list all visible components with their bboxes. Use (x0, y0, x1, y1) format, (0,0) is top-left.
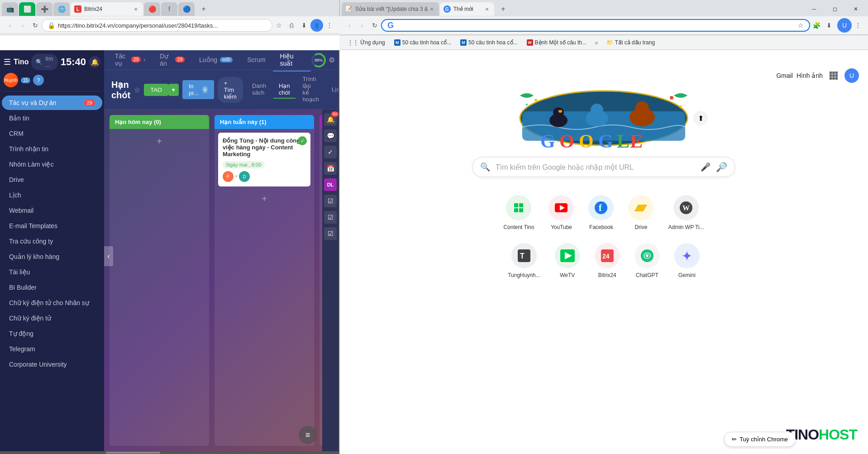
images-link[interactable]: Hình ảnh (796, 72, 823, 79)
bookmark-button-left[interactable]: ☆ (272, 19, 285, 32)
profile-button-left[interactable]: 👤 (310, 19, 323, 32)
download-button-right[interactable]: ⬇ (823, 19, 835, 32)
view-planner[interactable]: Trình lập kế hoạch (297, 74, 324, 105)
search-filter[interactable]: + Tìm kiếm (218, 77, 243, 103)
browser-tab-4[interactable]: 🌐 (53, 2, 70, 16)
close-button[interactable]: ✕ (845, 2, 866, 16)
menu-button-left[interactable]: ⋮ (323, 19, 336, 32)
sidebar-item-automation[interactable]: Tự động (2, 326, 102, 341)
browser-tab-1[interactable]: 📺 (2, 2, 18, 16)
favorite-icon[interactable]: ☆ (134, 86, 140, 94)
google-search-bar[interactable]: 🔍 Tìm kiếm trên Google hoặc nhập một URL… (472, 157, 735, 177)
right-tab-close-2[interactable]: ✕ (483, 5, 491, 13)
right-tab-2[interactable]: G Thẻ mới ✕ (440, 2, 494, 16)
sidebar-menu-icon[interactable]: ☰ (4, 57, 11, 67)
forward-button-right[interactable]: › (356, 19, 368, 32)
rp-icon-chat[interactable]: 💬 (324, 129, 337, 142)
help-icon[interactable]: ? (33, 75, 44, 86)
back-button-right[interactable]: ‹ (343, 19, 356, 32)
bookmark-all[interactable]: 📁 Tất cả dấu trang (604, 38, 658, 47)
sidebar-item-corporate-university[interactable]: Corporate University (2, 357, 102, 372)
menu-button-right[interactable]: ⋮ (852, 19, 864, 32)
user-avatar[interactable]: Huỳnh (4, 73, 18, 87)
shortcut-gemini[interactable]: Gemini (671, 239, 703, 282)
rp-icon-task4[interactable]: ☑ (324, 211, 337, 224)
create-button[interactable]: TAO (144, 84, 168, 96)
tab-scrum[interactable]: Scrum (240, 53, 272, 68)
notification-badge[interactable]: 15 (21, 77, 30, 83)
reload-button-left[interactable]: ↻ (29, 19, 42, 32)
shortcut-tunghuynh[interactable]: T TungHuynh... (504, 239, 544, 282)
gmail-link[interactable]: Gmail (776, 72, 793, 79)
view-deadline[interactable]: Hạn chót (273, 81, 296, 99)
shortcut-facebook[interactable]: f Facebook (585, 191, 617, 234)
shortcut-chatgpt[interactable]: ChatGPT (631, 239, 663, 282)
browser-tab-8[interactable]: 🔵 (178, 2, 195, 16)
bookmark-1[interactable]: M 50 câu tinh hoa cổ... (391, 38, 454, 47)
bookmark-apps[interactable]: ⋮⋮ Ứng dụng (345, 38, 388, 47)
sidebar-item-email-templates[interactable]: E-mail Templates (2, 219, 102, 233)
rp-icon-task5[interactable]: ☑ (324, 227, 337, 240)
google-profile-avatar[interactable]: U (844, 68, 859, 83)
rp-icon-task3[interactable]: ☑ (324, 195, 337, 207)
customize-chrome-button[interactable]: ✏ Tuỳ chỉnh Chrome (724, 432, 796, 447)
bookmark-3[interactable]: W Bệnh Một số câu th... (524, 38, 589, 47)
tab-flow[interactable]: Luồng MỚI (192, 53, 240, 68)
shortcut-wetv[interactable]: WeTV (551, 239, 584, 282)
browser-tab-3[interactable]: ➕ (36, 2, 52, 16)
sidebar-item-company-lookup[interactable]: Tra cứu công ty (2, 234, 102, 249)
rp-icon-notif[interactable]: 🔔 50 (324, 113, 337, 126)
shortcut-bitrix24[interactable]: 24 Bitrix24 (591, 239, 624, 282)
browser-tab-7[interactable]: f (161, 2, 177, 16)
back-button-left[interactable]: ‹ (4, 19, 16, 32)
tab-projects[interactable]: Dự án 29 (153, 50, 192, 72)
sidebar-item-webmail[interactable]: Webmail (2, 203, 102, 218)
new-tab-button-left[interactable]: + (197, 3, 210, 15)
notification-icon[interactable]: 🔔 (89, 56, 100, 68)
tab-close-5[interactable]: ✕ (132, 5, 139, 13)
sidebar-item-esign-hr[interactable]: Chữ ký điện tử cho Nhân sự (2, 296, 102, 310)
sidebar-item-esign[interactable]: Chữ ký điện tử (2, 311, 102, 325)
settings-icon[interactable]: ⚙ (329, 56, 335, 64)
sidebar-item-inbox[interactable]: Trình nhận tin (2, 142, 102, 156)
tab-tasks[interactable]: Tác vụ 29 › (108, 50, 153, 72)
screenshot-button-left[interactable]: ⎙ (285, 19, 298, 32)
browser-tab-5[interactable]: L Bitrix24 ✕ (71, 2, 143, 16)
new-tab-button-right[interactable]: + (497, 3, 510, 15)
shortcut-drive[interactable]: Drive (625, 191, 657, 234)
rp-icon-calendar2[interactable]: 📅 (324, 162, 337, 175)
collapse-sidebar-arrow[interactable]: ‹ (104, 246, 113, 266)
sidebar-item-drive[interactable]: Drive (2, 172, 102, 187)
sidebar-item-warehouse[interactable]: Quản lý kho hàng (2, 249, 102, 264)
sidebar-item-tasks[interactable]: Tác vụ và Dự án 29 (2, 96, 102, 110)
browser-tab-2[interactable]: ⬜ (19, 2, 35, 16)
mic-icon[interactable]: 🎤 (701, 162, 711, 172)
view-calendar[interactable]: Lịch (326, 84, 339, 96)
kanban-card-1[interactable]: Đồng Tùng - Nội dung công việc hàng ngày… (218, 133, 310, 186)
create-dropdown[interactable]: ▾ (168, 84, 179, 96)
google-apps-button[interactable] (826, 68, 841, 83)
reload-button-right[interactable]: ↻ (368, 19, 381, 32)
scroll-to-bottom[interactable]: ≡ (299, 426, 317, 444)
filter-close[interactable]: ✕ (202, 86, 208, 93)
kanban-add-today[interactable]: + (113, 133, 205, 150)
forward-button-left[interactable]: › (16, 19, 29, 32)
sidebar-item-news[interactable]: Bản tin (2, 111, 102, 125)
extension-button[interactable]: 🧩 (810, 19, 823, 32)
shortcut-content-tino[interactable]: Content Tino (500, 191, 538, 234)
card-complete-icon[interactable]: ✓ (298, 136, 307, 145)
profile-button-right[interactable]: U (837, 18, 852, 33)
sidebar-search-box[interactable]: 🔍 tìm ... (31, 54, 57, 70)
minimize-button[interactable]: ─ (804, 2, 825, 16)
view-list[interactable]: Danh sách (247, 81, 272, 99)
sidebar-item-calendar[interactable]: Lịch (2, 188, 102, 202)
kanban-add-week[interactable]: + (218, 190, 310, 208)
browser-tab-6[interactable]: 🔴 (144, 2, 160, 16)
sidebar-item-workgroup[interactable]: Nhóm Làm việc (2, 157, 102, 172)
filter-inprogress[interactable]: In pr... ✕ (182, 80, 214, 99)
sidebar-item-crm[interactable]: CRM (2, 126, 102, 141)
sidebar-item-bi-builder[interactable]: BI Builder (2, 280, 102, 295)
url-input-right[interactable]: G ☆ (381, 19, 810, 32)
rp-icon-tasks2[interactable]: ✓ (324, 146, 337, 158)
shortcut-youtube[interactable]: YouTube (545, 191, 577, 234)
